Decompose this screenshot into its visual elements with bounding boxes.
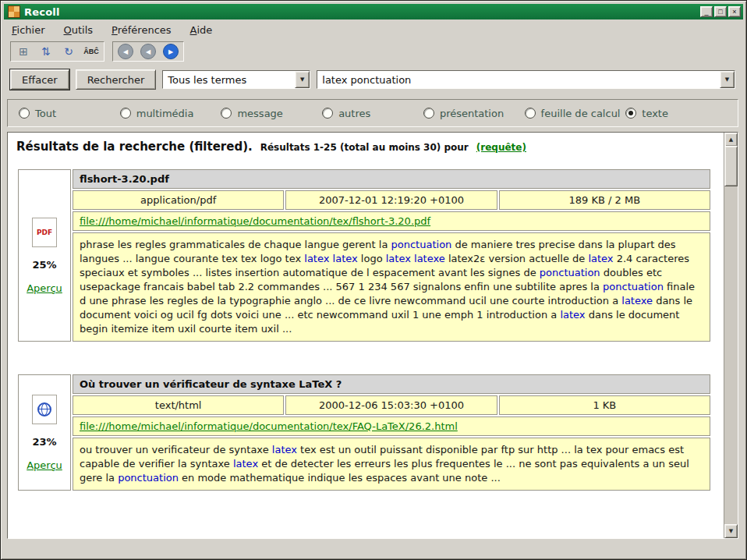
result-item: PDF 23% Aperçu Où trouver un vérificateu…: [18, 374, 710, 491]
search-query-input[interactable]: [317, 71, 720, 88]
radio-icon: [221, 108, 232, 119]
result-size: 189 KB / 2 MB: [499, 190, 710, 210]
toolbar-group-navigation: ◀ ◀ ▶: [112, 41, 184, 62]
radio-icon: [423, 108, 434, 119]
term-explorer-button[interactable]: ÂBĈ: [81, 44, 101, 59]
globe-icon: [37, 402, 51, 416]
filter-option-presentation[interactable]: présentation: [423, 108, 525, 119]
recoll-window: { "window": { "title": "Recoll" }, "icon…: [0, 0, 747, 560]
toolbar: ⊞ ⇅ ↻ ÂBĈ ◀ ◀ ▶: [10, 40, 184, 63]
result-title: flshort-3.20.pdf: [73, 169, 710, 189]
minimize-icon: _: [704, 7, 708, 16]
results-title: Résultats de la recherche (filtered).: [16, 140, 253, 154]
filter-label: feuille de calcul: [541, 108, 621, 119]
recoll-app-icon: [8, 5, 20, 18]
result-side-cell: PDF 23% Aperçu: [18, 374, 71, 491]
scroll-up-button[interactable]: ▲: [724, 133, 738, 147]
result-item: PDF 25% Aperçu flshort-3.20.pdf applicat…: [18, 169, 710, 342]
scrollbar-track[interactable]: ▲ ▼: [724, 133, 738, 538]
filter-label: multimédia: [136, 108, 194, 119]
scroll-thumb[interactable]: [724, 146, 738, 186]
preview-link[interactable]: Aperçu: [27, 459, 62, 471]
search-mode-combo[interactable]: Tous les termes ▼: [162, 70, 310, 89]
radio-icon: [322, 108, 333, 119]
filter-label: présentation: [440, 108, 504, 119]
result-title: Où trouver un vérificateur de syntaxe La…: [73, 374, 710, 394]
filter-option-tout[interactable]: Tout: [19, 108, 120, 119]
result-rows: Où trouver un vérificateur de syntaxe La…: [73, 374, 710, 491]
maximize-button[interactable]: □: [714, 6, 727, 17]
first-page-button[interactable]: ◀: [115, 44, 136, 59]
first-page-icon: ◀: [118, 44, 133, 59]
filter-option-feuille-de-calcul[interactable]: feuille de calcul: [525, 108, 626, 119]
pdf-icon: PDF: [32, 218, 57, 247]
maximize-icon: □: [718, 7, 722, 16]
result-snippet: ou trouver un verificateur de syntaxe la…: [73, 438, 710, 491]
sort-icon: ⇅: [41, 45, 51, 58]
sort-button[interactable]: ⇅: [36, 44, 56, 59]
results-panel: Résultats de la recherche (filtered). Ré…: [7, 132, 738, 539]
chevron-down-icon[interactable]: ▼: [295, 71, 310, 88]
result-meta-row: text/html 2000-12-06 15:03:30 +0100 1 KB: [73, 395, 710, 415]
next-page-icon: ▶: [163, 44, 179, 59]
results-meta: Résultats 1-25 (total au moins 30) pour: [260, 142, 469, 153]
menu-item-fichier[interactable]: Fichier: [10, 23, 47, 37]
result-rows: flshort-3.20.pdf application/pdf 2007-12…: [73, 169, 710, 342]
search-button[interactable]: Rechercher: [76, 69, 157, 90]
result-mime: application/pdf: [73, 190, 284, 210]
results-content: Résultats de la recherche (filtered). Ré…: [9, 133, 723, 537]
results-list: PDF 25% Aperçu flshort-3.20.pdf applicat…: [16, 169, 723, 491]
menu-item-preferences[interactable]: Préférences: [110, 23, 172, 37]
prev-page-button[interactable]: ◀: [138, 44, 158, 59]
minimize-button[interactable]: _: [700, 6, 713, 17]
toolbar-group-tools: ⊞ ⇅ ↻ ÂBĈ: [10, 41, 104, 62]
filter-option-multimedia[interactable]: multimédia: [120, 108, 221, 119]
result-date: 2007-12-01 12:19:20 +0100: [285, 190, 497, 210]
query-link[interactable]: (requête): [476, 142, 526, 153]
result-url-cell: file:///home/michael/informatique/docume…: [73, 211, 710, 231]
filter-label: texte: [642, 108, 668, 119]
filter-label: message: [237, 108, 282, 119]
filter-option-texte[interactable]: texte: [625, 108, 727, 119]
filter-label: Tout: [35, 108, 56, 119]
window-controls: _ □ ×: [700, 6, 741, 17]
reload-button[interactable]: ↻: [58, 44, 79, 59]
relevance-percent: 25%: [32, 259, 56, 271]
html-icon: [32, 395, 57, 424]
window-title: Recoll: [24, 6, 60, 18]
result-size: 1 KB: [499, 395, 710, 415]
scroll-down-button[interactable]: ▼: [724, 524, 738, 538]
radio-icon: [525, 108, 536, 119]
relevance-percent: 23%: [32, 436, 56, 448]
search-bar: Effacer Rechercher Tous les termes ▼ ▼: [10, 69, 735, 90]
results-header: Résultats de la recherche (filtered). Ré…: [16, 140, 723, 154]
result-url-link[interactable]: file:///home/michael/informatique/docume…: [80, 215, 430, 227]
term-explorer-icon: ÂBĈ: [83, 48, 99, 55]
result-meta-row: application/pdf 2007-12-01 12:19:20 +010…: [73, 190, 710, 210]
search-mode-value: Tous les termes: [163, 71, 295, 88]
clear-field-button[interactable]: ⊞: [13, 44, 34, 59]
filter-label: autres: [338, 108, 370, 119]
radio-icon: [19, 108, 30, 119]
preview-link[interactable]: Aperçu: [27, 282, 62, 294]
result-url-cell: file:///home/michael/informatique/docume…: [73, 416, 710, 436]
filter-option-message[interactable]: message: [221, 108, 322, 119]
chevron-down-icon[interactable]: ▼: [720, 71, 735, 88]
query-combo[interactable]: ▼: [317, 70, 735, 89]
result-url-link[interactable]: file:///home/michael/informatique/docume…: [80, 420, 458, 432]
window-titlebar[interactable]: Recoll _ □ ×: [4, 4, 743, 19]
next-page-button[interactable]: ▶: [161, 44, 181, 59]
scroll-down-icon: ▼: [729, 528, 733, 534]
menu-item-aide[interactable]: Aide: [189, 23, 214, 37]
clear-button[interactable]: Effacer: [10, 69, 69, 90]
menu-item-outils[interactable]: Outils: [62, 23, 95, 37]
result-snippet: phrase les regles grammaticales de chaqu…: [73, 232, 710, 342]
result-date: 2000-12-06 15:03:30 +0100: [285, 395, 497, 415]
close-button[interactable]: ×: [728, 6, 741, 17]
category-filter-group: Tout multimédia message autres présentat…: [7, 99, 738, 127]
prev-page-icon: ◀: [140, 44, 156, 59]
result-side-cell: PDF 25% Aperçu: [18, 169, 71, 342]
filter-option-autres[interactable]: autres: [322, 108, 423, 119]
clear-field-icon: ⊞: [19, 45, 28, 58]
result-mime: text/html: [73, 395, 284, 415]
